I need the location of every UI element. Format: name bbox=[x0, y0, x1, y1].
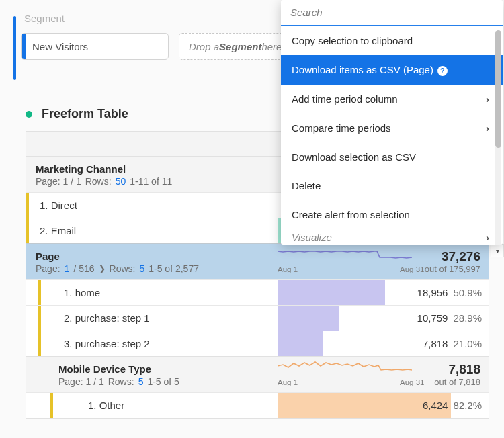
table-row[interactable]: 2. purchase: step 1 10,75928.9% bbox=[26, 305, 489, 331]
segment-chip-new-visitors[interactable]: New Visitors bbox=[21, 33, 169, 60]
page-current-link[interactable]: 1 bbox=[65, 263, 70, 274]
metric-total: 37,276 bbox=[442, 249, 480, 264]
metric-outof: out of 175,997 bbox=[425, 264, 480, 274]
context-menu-search[interactable]: Search bbox=[281, 0, 503, 26]
sparkline-end-date: Aug 31 bbox=[400, 265, 424, 273]
context-menu: Search Copy selection to clipboard Downl… bbox=[281, 0, 503, 245]
dimension-title: Mobile Device Type bbox=[58, 363, 271, 375]
segment-chip-color bbox=[22, 34, 26, 59]
menu-item-add-time-period-column[interactable]: Add time period column› bbox=[281, 85, 503, 114]
menu-item-visualize[interactable]: Visualize› bbox=[281, 229, 503, 245]
scroll-down-button[interactable]: ▾ bbox=[491, 244, 504, 257]
sparkline-page bbox=[278, 247, 412, 263]
context-menu-scrollbar[interactable] bbox=[495, 30, 501, 245]
panel-accent-bar bbox=[13, 16, 16, 80]
metric-outof: out of 7,818 bbox=[434, 377, 480, 387]
sparkline-start-date: Aug 1 bbox=[278, 378, 298, 386]
chevron-right-icon: › bbox=[486, 232, 489, 243]
chevron-right-icon[interactable]: ❯ bbox=[99, 264, 106, 273]
sparkline-start-date: Aug 1 bbox=[278, 265, 298, 273]
menu-item-delete[interactable]: Delete bbox=[281, 171, 503, 200]
chevron-right-icon: › bbox=[486, 122, 489, 134]
table-row[interactable]: 3. purchase: step 2 7,81821.0% bbox=[26, 331, 489, 356]
panel-status-dot bbox=[26, 111, 32, 118]
menu-item-download-items-csv[interactable]: Download items as CSV (Page)? bbox=[281, 55, 503, 85]
menu-item-create-alert[interactable]: Create alert from selection bbox=[281, 200, 503, 229]
panel-title: Freeform Table bbox=[42, 107, 128, 121]
metric-total: 7,818 bbox=[448, 362, 480, 377]
menu-item-copy-selection[interactable]: Copy selection to clipboard bbox=[281, 26, 503, 55]
panel-header: Freeform Table bbox=[26, 107, 128, 121]
scrollbar-thumb[interactable] bbox=[495, 30, 501, 148]
dimension-title: Page bbox=[36, 251, 271, 262]
rows-count-link[interactable]: 5 bbox=[139, 263, 144, 274]
help-icon[interactable]: ? bbox=[437, 66, 448, 76]
segment-chip-label: New Visitors bbox=[32, 41, 88, 52]
sparkline-end-date: Aug 31 bbox=[400, 378, 424, 386]
dimension-header-mobile-device-type[interactable]: Mobile Device Type Page: 1 / 1 Rows: 5 1… bbox=[26, 356, 489, 392]
dimension-header-page[interactable]: Page Page: 1 / 516 ❯ Rows: 5 1-5 of 2,57… bbox=[26, 243, 489, 279]
menu-item-compare-time-periods[interactable]: Compare time periods› bbox=[281, 114, 503, 142]
rows-count-link[interactable]: 50 bbox=[116, 176, 126, 187]
table-row[interactable]: 1. Other 6,42482.2% bbox=[26, 392, 489, 418]
chevron-right-icon: › bbox=[486, 93, 489, 105]
menu-item-download-selection-csv[interactable]: Download selection as CSV bbox=[281, 142, 503, 171]
segment-section-label: Segment bbox=[24, 13, 65, 24]
segment-dropzone[interactable]: Drop a Segment here bbox=[179, 33, 292, 60]
rows-count-link[interactable]: 5 bbox=[138, 376, 144, 387]
dimension-title: Marketing Channel bbox=[36, 163, 271, 175]
sparkline-mobile bbox=[278, 359, 412, 376]
table-row[interactable]: 1. home 18,95650.9% bbox=[26, 279, 489, 305]
